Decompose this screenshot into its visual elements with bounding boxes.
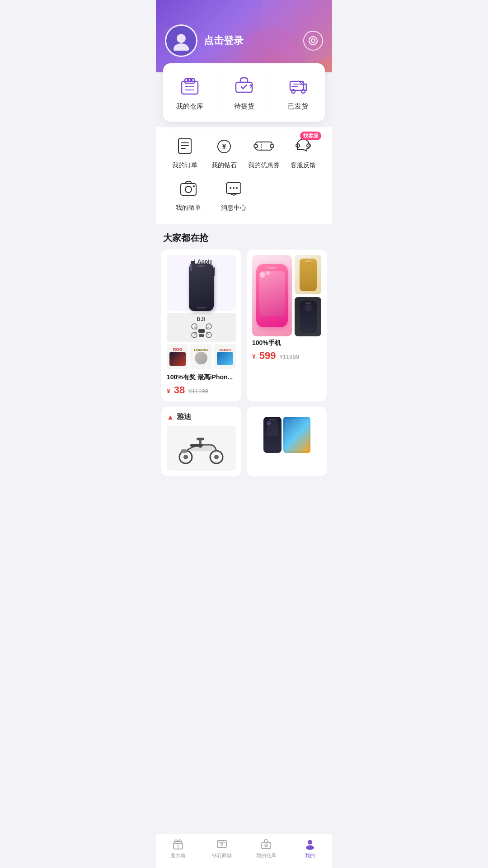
svg-point-13: [301, 90, 305, 93]
price-original-phones: ¥11999: [280, 354, 299, 360]
product-card-yadea[interactable]: ▲ 雅迪: [161, 407, 241, 476]
menu-label-message: 消息中心: [221, 204, 246, 212]
warehouse-label-storage: 我的仓库: [176, 102, 203, 111]
warehouse-item-storage[interactable]: 我的仓库: [163, 72, 217, 113]
brand-thumbs: ROG LONGINES HUAWEI: [167, 344, 236, 369]
photo-icon: [177, 177, 200, 200]
svg-point-21: [254, 144, 258, 148]
header-left: 点击登录: [165, 24, 244, 57]
svg-rect-20: [256, 142, 272, 150]
svg-point-22: [270, 144, 274, 148]
svg-rect-50: [181, 449, 187, 453]
menu-row-2: 我的晒单 消息中心: [165, 177, 323, 212]
warehouse-card: 我的仓库 待提货 已发货: [163, 63, 325, 122]
coupon-icon: [252, 134, 276, 158]
product-card-electronics[interactable]: [247, 407, 327, 476]
second-row-products: ▲ 雅迪: [156, 407, 332, 481]
menu-label-order: 我的订单: [172, 161, 197, 170]
rog-thumb: ROG: [167, 344, 188, 369]
menu-section: 我的订单 ¥ 我的钻石 我的优惠券: [156, 127, 332, 224]
diamond-icon: ¥: [212, 134, 236, 158]
shipped-icon: [286, 74, 310, 98]
svg-point-3: [309, 37, 317, 45]
price-current-phones: 599: [259, 350, 276, 362]
menu-label-service: 客服反馈: [291, 161, 316, 170]
svg-point-28: [193, 185, 195, 187]
menu-label-coupon: 我的优惠券: [248, 161, 280, 170]
svg-text:¥: ¥: [222, 143, 226, 151]
yadea-header: ▲ 雅迪: [167, 412, 236, 422]
product-card-apple[interactable]: Apple DJI: [161, 250, 241, 401]
yadea-icon: ▲: [167, 413, 174, 421]
price-original-apple: ¥11199: [188, 388, 208, 395]
menu-item-message[interactable]: 消息中心: [216, 177, 252, 212]
price-currency-apple: ¥: [167, 387, 170, 395]
product-price-phones: ¥ 599 ¥11999: [252, 350, 321, 362]
menu-label-photo: 我的晒单: [176, 204, 201, 212]
svg-point-30: [230, 187, 231, 189]
huawei-thumb: HUAWEI: [214, 344, 236, 369]
svg-rect-33: [198, 329, 205, 333]
menu-item-photo[interactable]: 我的晒单: [170, 177, 206, 212]
price-currency-phones: ¥: [252, 353, 256, 360]
pickup-icon: [232, 74, 256, 98]
product-price-apple: ¥ 38 ¥11199: [167, 384, 236, 396]
product-title-phones: 100%手机: [252, 339, 321, 347]
message-icon: [222, 177, 245, 200]
svg-point-31: [233, 187, 235, 189]
hot-section-title: 大家都在抢: [156, 224, 332, 250]
products-grid: Apple DJI: [156, 250, 332, 407]
svg-point-0: [177, 34, 186, 43]
svg-point-32: [236, 187, 238, 189]
menu-item-diamond[interactable]: ¥ 我的钻石: [206, 134, 242, 170]
menu-item-service[interactable]: 找客服 客服反馈: [285, 134, 321, 170]
warehouse-label-shipped: 已发货: [288, 102, 308, 111]
login-text[interactable]: 点击登录: [204, 34, 244, 47]
product-card-phones[interactable]: 100%手机 ¥ 599 ¥11999: [247, 250, 327, 401]
svg-rect-49: [190, 444, 203, 447]
price-current-apple: 38: [174, 384, 185, 396]
menu-item-coupon[interactable]: 我的优惠券: [246, 134, 282, 170]
svg-point-12: [291, 90, 295, 93]
svg-point-46: [214, 455, 219, 459]
menu-label-diamond: 我的钻石: [211, 161, 237, 170]
warehouse-label-pickup: 待提货: [234, 102, 254, 111]
svg-point-2: [311, 39, 315, 42]
menu-item-order[interactable]: 我的订单: [167, 134, 203, 170]
longines-thumb: LONGINES: [190, 344, 212, 369]
svg-rect-26: [181, 184, 196, 195]
order-icon: [173, 134, 197, 158]
svg-point-1: [174, 43, 189, 51]
avatar[interactable]: [165, 24, 197, 57]
header: 点击登录: [156, 0, 332, 72]
svg-rect-8: [187, 79, 189, 81]
warehouse-icon: [178, 74, 202, 98]
svg-rect-48: [197, 438, 204, 440]
svg-rect-9: [190, 79, 192, 81]
settings-icon[interactable]: [303, 31, 323, 51]
warehouse-item-pickup[interactable]: 待提货: [217, 72, 272, 113]
service-badge: 找客服: [300, 132, 321, 140]
product-title-apple: 100%有奖 最高iPhon...: [167, 373, 236, 382]
svg-point-44: [183, 455, 188, 459]
svg-rect-42: [199, 334, 204, 337]
yadea-brand-name: 雅迪: [177, 412, 191, 422]
svg-point-27: [185, 186, 192, 193]
menu-row-1: 我的订单 ¥ 我的钻石 我的优惠券: [165, 134, 323, 170]
warehouse-item-shipped[interactable]: 已发货: [271, 72, 325, 113]
